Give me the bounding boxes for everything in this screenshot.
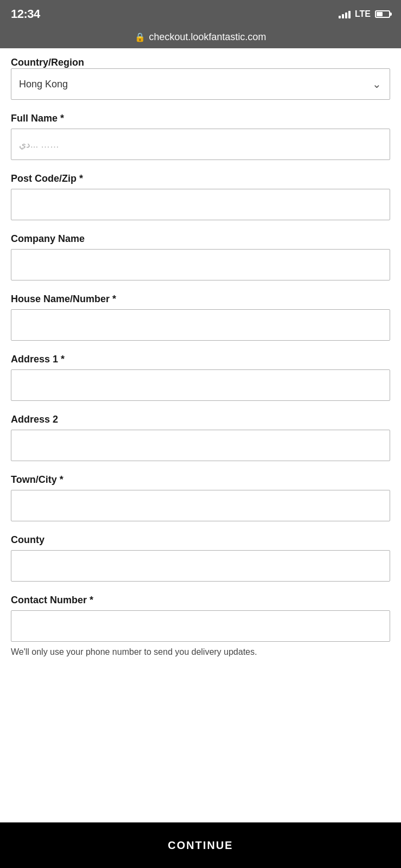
country-region-field: Country/Region Hong Kong United Kingdom … <box>11 48 390 104</box>
house-name-label: House Name/Number * <box>11 293 390 305</box>
lock-icon: 🔒 <box>135 32 145 42</box>
county-label: County <box>11 534 390 546</box>
battery-icon <box>375 10 390 18</box>
address2-input[interactable] <box>11 430 390 461</box>
address2-field: Address 2 <box>11 405 390 465</box>
continue-button[interactable]: CONTINUE <box>0 822 401 868</box>
phone-hint: We'll only use your phone number to send… <box>11 642 390 663</box>
bottom-spacer <box>11 668 390 722</box>
address1-input[interactable] <box>11 369 390 401</box>
signal-icon <box>339 10 351 18</box>
town-city-input[interactable] <box>11 490 390 521</box>
company-name-field: Company Name <box>11 225 390 285</box>
town-city-field: Town/City * <box>11 465 390 526</box>
county-input[interactable] <box>11 550 390 582</box>
country-select-wrapper[interactable]: Hong Kong United Kingdom United States C… <box>11 68 390 100</box>
checkout-form: Country/Region Hong Kong United Kingdom … <box>0 48 401 722</box>
house-name-field: House Name/Number * <box>11 285 390 345</box>
address1-field: Address 1 * <box>11 345 390 405</box>
contact-number-input[interactable] <box>11 610 390 642</box>
post-code-input[interactable] <box>11 189 390 220</box>
url-bar[interactable]: 🔒 checkout.lookfantastic.com <box>0 28 401 48</box>
address2-label: Address 2 <box>11 414 390 425</box>
full-name-label: Full Name * <box>11 113 390 124</box>
contact-number-label: Contact Number * <box>11 595 390 606</box>
status-right-icons: LTE <box>339 9 390 19</box>
status-time: 12:34 <box>11 7 40 21</box>
house-name-input[interactable] <box>11 309 390 341</box>
continue-button-wrapper[interactable]: CONTINUE <box>0 822 401 868</box>
post-code-field: Post Code/Zip * <box>11 164 390 225</box>
country-select[interactable]: Hong Kong United Kingdom United States C… <box>11 68 390 100</box>
status-bar: 12:34 LTE <box>0 0 401 28</box>
post-code-label: Post Code/Zip * <box>11 173 390 184</box>
lte-label: LTE <box>355 9 371 19</box>
url-text: checkout.lookfantastic.com <box>149 31 266 43</box>
town-city-label: Town/City * <box>11 474 390 486</box>
full-name-input[interactable] <box>11 129 390 160</box>
company-name-input[interactable] <box>11 249 390 280</box>
contact-number-field: Contact Number * We'll only use your pho… <box>11 586 390 668</box>
company-name-label: Company Name <box>11 233 390 245</box>
address1-label: Address 1 * <box>11 354 390 365</box>
county-field: County <box>11 526 390 586</box>
full-name-field: Full Name * <box>11 104 390 164</box>
